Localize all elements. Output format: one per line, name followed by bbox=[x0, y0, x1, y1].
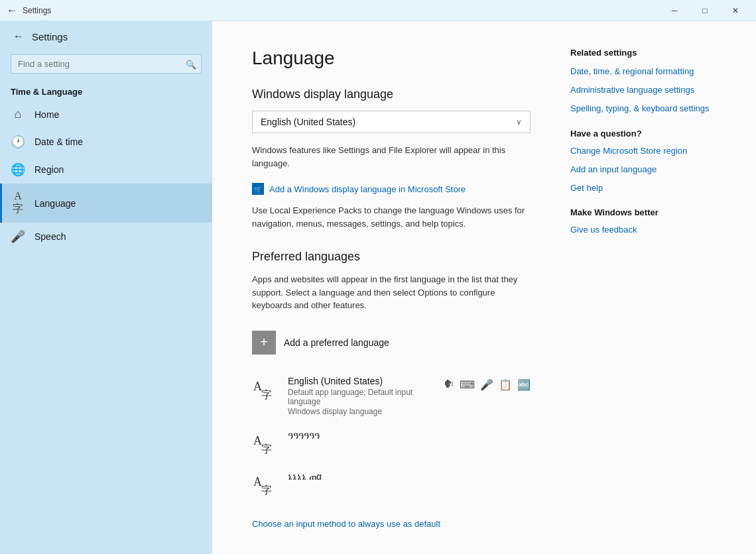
sidebar-item-datetime[interactable]: 🕐 Date & time bbox=[0, 128, 212, 156]
badge-mic-icon: 🎤 bbox=[480, 378, 493, 391]
search-input[interactable] bbox=[11, 54, 202, 74]
list-item[interactable]: A 字 English (United States) Default app … bbox=[252, 372, 531, 421]
language-icon: A字 bbox=[11, 190, 25, 216]
back-icon: ← bbox=[7, 5, 17, 17]
titlebar-controls: ─ □ ✕ bbox=[659, 0, 751, 21]
sidebar-item-language[interactable]: A字 Language bbox=[0, 184, 212, 223]
svg-text:字: 字 bbox=[261, 484, 272, 496]
language-badges: 🗣 ⌨ 🎤 📋 🔤 bbox=[444, 376, 531, 391]
globe-icon: 🌐 bbox=[11, 162, 25, 177]
sidebar-item-home[interactable]: ⌂ Home bbox=[0, 101, 212, 128]
sidebar-nav-top: ← Settings bbox=[0, 21, 212, 52]
sidebar-item-region[interactable]: 🌐 Region bbox=[0, 156, 212, 184]
search-icon: 🔍 bbox=[186, 59, 196, 69]
store-link[interactable]: 🛒 Add a Windows display language in Micr… bbox=[252, 183, 531, 195]
related-link-date-time[interactable]: Date, time, & regional formatting bbox=[570, 66, 716, 78]
add-preferred-language-button[interactable]: + Add a preferred language bbox=[252, 325, 531, 360]
language-item-icon: A 字 bbox=[252, 376, 280, 404]
close-button[interactable]: ✕ bbox=[720, 0, 751, 21]
add-plus-icon: + bbox=[252, 331, 276, 355]
sidebar-item-datetime-label: Date & time bbox=[34, 137, 83, 147]
sidebar-app-title: Settings bbox=[32, 31, 68, 42]
give-feedback-link[interactable]: Give us feedback bbox=[570, 224, 716, 236]
question-link-get-help[interactable]: Get help bbox=[570, 182, 716, 194]
badge-keyboard-icon: ⌨ bbox=[460, 378, 475, 391]
make-windows-better-title: Make Windows better bbox=[570, 207, 716, 217]
display-language-dropdown[interactable]: English (United States) ∨ bbox=[252, 111, 531, 133]
preferred-languages-section-title: Preferred languages bbox=[252, 250, 531, 264]
language-item-icon-3: A 字 bbox=[252, 471, 280, 499]
list-item[interactable]: A 字 ኔኔኔኔ ጠα bbox=[252, 467, 531, 503]
badge-speak-icon: 🗣 bbox=[444, 378, 454, 390]
input-method-default-link[interactable]: Choose an input method to always use as … bbox=[252, 519, 440, 529]
page-title: Language bbox=[252, 48, 531, 69]
have-a-question-section: Have a question? Change Microsoft Store … bbox=[570, 129, 716, 195]
sidebar-section-label: Time & Language bbox=[0, 82, 212, 101]
related-link-spelling[interactable]: Spelling, typing, & keyboard settings bbox=[570, 103, 716, 115]
microphone-icon: 🎤 bbox=[11, 229, 25, 244]
sidebar-item-region-label: Region bbox=[34, 164, 64, 175]
related-settings-title: Related settings bbox=[570, 48, 716, 58]
language-name-3: ኔኔኔኔ ጠα bbox=[288, 471, 531, 482]
titlebar-left: ← Settings bbox=[0, 5, 51, 17]
sidebar-item-speech[interactable]: 🎤 Speech bbox=[0, 223, 212, 250]
clock-icon: 🕐 bbox=[11, 135, 25, 149]
badge-handwriting-icon: 📋 bbox=[499, 378, 512, 391]
home-icon: ⌂ bbox=[11, 107, 25, 121]
svg-text:字: 字 bbox=[261, 443, 272, 455]
dropdown-value: English (United States) bbox=[261, 117, 355, 127]
app-body: ← Settings 🔍 Time & Language ⌂ Home 🕐 Da… bbox=[0, 21, 756, 554]
language-sub2: Windows display language bbox=[288, 407, 436, 416]
question-title: Have a question? bbox=[570, 129, 716, 138]
main-panel: Language Windows display language Englis… bbox=[252, 48, 531, 527]
language-item-info-3: ኔኔኔኔ ጠα bbox=[288, 471, 531, 484]
display-language-section-title: Windows display language bbox=[252, 87, 531, 101]
language-sub1: Default app language; Default input lang… bbox=[288, 388, 436, 406]
question-link-store-region[interactable]: Change Microsoft Store region bbox=[570, 145, 716, 157]
store-icon: 🛒 bbox=[252, 183, 264, 195]
display-lang-note: Windows features like Settings and File … bbox=[252, 144, 531, 170]
minimize-button[interactable]: ─ bbox=[659, 0, 690, 21]
language-item-info: English (United States) Default app lang… bbox=[288, 376, 436, 417]
content-area: Language Windows display language Englis… bbox=[212, 21, 756, 554]
svg-text:字: 字 bbox=[261, 389, 272, 400]
language-name-2: ዓዓዓዓዓዓ bbox=[288, 430, 531, 441]
maximize-button[interactable]: □ bbox=[690, 0, 720, 21]
chevron-down-icon: ∨ bbox=[516, 117, 522, 127]
badge-display-icon: 🔤 bbox=[517, 378, 531, 391]
language-name: English (United States) bbox=[288, 376, 436, 386]
sidebar-item-home-label: Home bbox=[34, 109, 59, 120]
language-item-icon-2: A 字 bbox=[252, 430, 280, 458]
language-item-info-2: ዓዓዓዓዓዓ bbox=[288, 430, 531, 443]
sidebar: ← Settings 🔍 Time & Language ⌂ Home 🕐 Da… bbox=[0, 21, 212, 554]
nav-back-button[interactable]: ← bbox=[11, 28, 27, 45]
related-link-admin-language[interactable]: Administrative language settings bbox=[570, 84, 716, 96]
question-link-add-input[interactable]: Add an input language bbox=[570, 164, 716, 176]
store-note: Use Local Experience Packs to change the… bbox=[252, 204, 531, 230]
preferred-note: Apps and websites will appear in the fir… bbox=[252, 273, 531, 312]
titlebar: ← Settings ─ □ ✕ bbox=[0, 0, 756, 21]
add-lang-label: Add a preferred language bbox=[284, 337, 389, 348]
store-link-label: Add a Windows display language in Micros… bbox=[269, 184, 466, 194]
sidebar-search-container: 🔍 bbox=[11, 54, 202, 74]
sidebar-item-language-label: Language bbox=[34, 198, 76, 209]
right-panel: Related settings Date, time, & regional … bbox=[570, 48, 716, 527]
titlebar-title: Settings bbox=[23, 6, 51, 15]
list-item[interactable]: A 字 ዓዓዓዓዓዓ bbox=[252, 426, 531, 462]
sidebar-item-speech-label: Speech bbox=[34, 231, 66, 242]
